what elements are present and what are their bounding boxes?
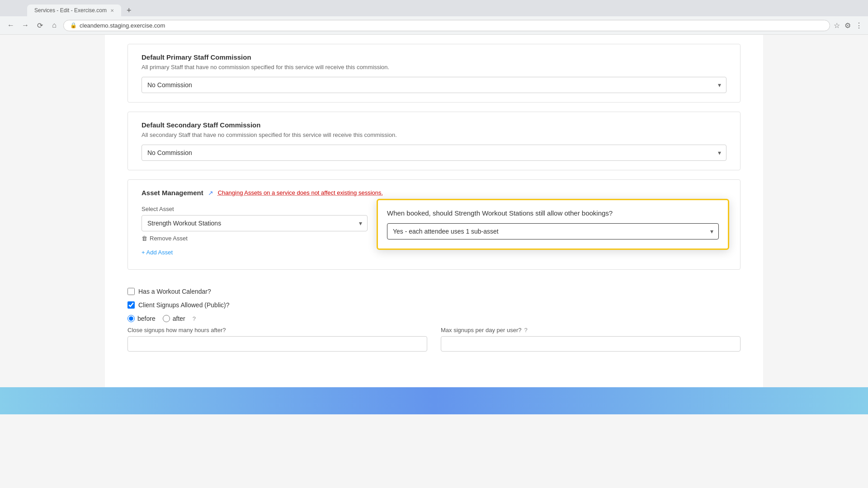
- tab-close-icon[interactable]: ✕: [110, 8, 114, 13]
- timing-help-icon[interactable]: ?: [193, 315, 196, 322]
- secondary-commission-desc: All secondary Staff that have no commiss…: [142, 131, 726, 138]
- primary-commission-select-wrapper: No Commission 10% 15% 20%: [142, 77, 726, 93]
- before-radio[interactable]: [127, 315, 135, 322]
- secondary-commission-section: Default Secondary Staff Commission All s…: [127, 112, 741, 170]
- url-display: cleandemo.staging.exercise.com: [80, 22, 165, 29]
- checkboxes-section: Has a Workout Calendar? Client Signups A…: [127, 279, 741, 361]
- menu-icon[interactable]: ⋮: [855, 21, 863, 30]
- bottom-fields: Close signups how many hours after? Max …: [127, 327, 741, 352]
- add-asset-label: + Add Asset: [142, 249, 173, 256]
- remove-asset-button[interactable]: 🗑 Remove Asset: [142, 235, 368, 242]
- secondary-commission-title: Default Secondary Staff Commission: [142, 121, 726, 129]
- primary-commission-select[interactable]: No Commission 10% 15% 20%: [142, 77, 726, 93]
- address-bar[interactable]: 🔒 cleandemo.staging.exercise.com: [63, 20, 830, 31]
- toolbar-icons: ☆ ⚙ ⋮: [834, 21, 863, 30]
- after-option: after: [163, 315, 185, 322]
- lock-icon: 🔒: [70, 22, 77, 28]
- select-asset-label: Select Asset: [142, 206, 368, 212]
- before-label: before: [137, 315, 156, 322]
- max-signups-label: Max signups per day per user? ?: [441, 327, 741, 333]
- extensions-icon[interactable]: ⚙: [844, 21, 851, 30]
- asset-management-warning: Changing Assets on a service does not af…: [218, 189, 383, 196]
- browser-tabs: Services - Edit - Exercise.com ✕ +: [0, 0, 868, 16]
- asset-select[interactable]: Strength Workout Stations Cardio Equipme…: [142, 215, 368, 231]
- before-after-radio-row: before after ?: [127, 315, 741, 322]
- has-workout-calendar-label: Has a Workout Calendar?: [138, 288, 211, 295]
- primary-commission-section: Default Primary Staff Commission All pri…: [127, 44, 741, 103]
- max-signups-text: Max signups per day per user?: [441, 327, 521, 333]
- page-content: Default Primary Staff Commission All pri…: [105, 35, 763, 387]
- close-signups-field: Close signups how many hours after?: [127, 327, 427, 352]
- after-radio[interactable]: [163, 315, 170, 322]
- bottom-gradient: [0, 387, 868, 414]
- tooltip-question: When booked, should Strength Workout Sta…: [387, 209, 719, 217]
- asset-management-header: Asset Management ↗ Changing Assets on a …: [142, 189, 726, 197]
- star-icon[interactable]: ☆: [834, 21, 840, 30]
- asset-select-column: Select Asset Strength Workout Stations C…: [142, 206, 368, 242]
- max-signups-help-icon[interactable]: ?: [524, 327, 527, 333]
- remove-asset-label: Remove Asset: [150, 235, 188, 242]
- primary-commission-desc: All primary Staff that have no commissio…: [142, 64, 726, 70]
- asset-booking-tooltip: When booked, should Strength Workout Sta…: [377, 199, 729, 250]
- external-link-icon[interactable]: ↗: [208, 189, 213, 197]
- browser-toolbar: ← → ⟳ ⌂ 🔒 cleandemo.staging.exercise.com…: [0, 16, 868, 34]
- after-label: after: [173, 315, 185, 322]
- before-option: before: [127, 315, 156, 322]
- reload-button[interactable]: ⟳: [34, 20, 45, 31]
- asset-management-section: Asset Management ↗ Changing Assets on a …: [127, 179, 741, 270]
- secondary-commission-select-wrapper: No Commission 10% 15% 20%: [142, 145, 726, 161]
- back-button[interactable]: ←: [5, 20, 16, 31]
- secondary-commission-select[interactable]: No Commission 10% 15% 20%: [142, 145, 726, 161]
- max-signups-field: Max signups per day per user? ?: [441, 327, 741, 352]
- asset-select-wrapper: Strength Workout Stations Cardio Equipme…: [142, 215, 368, 231]
- asset-row: Select Asset Strength Workout Stations C…: [142, 206, 726, 242]
- max-signups-input[interactable]: [441, 336, 741, 352]
- tooltip-select-wrapper: Yes - each attendee uses 1 sub-asset No …: [387, 223, 719, 239]
- add-asset-button[interactable]: + Add Asset: [142, 249, 726, 256]
- home-button[interactable]: ⌂: [49, 20, 60, 31]
- new-tab-icon: +: [127, 6, 132, 15]
- asset-management-title: Asset Management: [142, 189, 203, 197]
- client-signups-row: Client Signups Allowed (Public)?: [127, 301, 741, 309]
- has-workout-calendar-checkbox[interactable]: [127, 288, 135, 295]
- browser-tab-active[interactable]: Services - Edit - Exercise.com ✕: [27, 5, 121, 16]
- has-workout-calendar-row: Has a Workout Calendar?: [127, 288, 741, 295]
- client-signups-checkbox[interactable]: [127, 301, 135, 309]
- new-tab-button[interactable]: +: [121, 5, 139, 16]
- forward-button[interactable]: →: [20, 20, 31, 31]
- trash-icon: 🗑: [142, 235, 147, 242]
- close-signups-input[interactable]: [127, 336, 427, 352]
- tab-label: Services - Edit - Exercise.com: [34, 7, 107, 14]
- client-signups-label: Client Signups Allowed (Public)?: [138, 301, 230, 309]
- primary-commission-title: Default Primary Staff Commission: [142, 53, 726, 61]
- browser-chrome: Services - Edit - Exercise.com ✕ + ← → ⟳…: [0, 0, 868, 35]
- booking-behavior-select[interactable]: Yes - each attendee uses 1 sub-asset No …: [387, 223, 719, 239]
- close-signups-label: Close signups how many hours after?: [127, 327, 427, 333]
